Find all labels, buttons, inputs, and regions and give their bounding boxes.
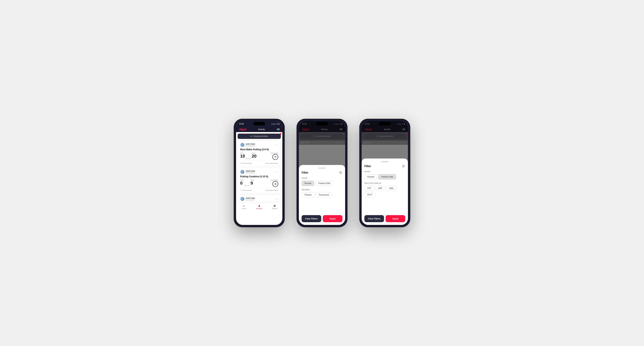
data-source-1: Data: Clippd Capture — [266, 163, 278, 164]
drill-buttons-3: OTT APP ARG PUTT — [364, 186, 405, 197]
practice-drills-section-label-3: Practice Drills — [364, 182, 405, 184]
user-name-1: Josh Coles — [246, 143, 255, 145]
score-group-2: Score 0 — [240, 179, 244, 185]
nav-capture-1[interactable]: ⊕ Capture — [267, 204, 282, 209]
user-date-3: 28 Feb 2023 — [246, 199, 255, 201]
close-filter-2[interactable]: ✕ — [339, 171, 342, 174]
more-dots-3[interactable]: ··· — [275, 197, 278, 200]
practice-drills-btn-2[interactable]: Practice Drills — [315, 181, 333, 186]
avatar-1: JC — [240, 143, 244, 147]
user-name-3: Josh Coles — [246, 197, 255, 199]
score-value-2: 0 — [240, 181, 244, 185]
viewing-text-1: Viewing Activities — [253, 135, 268, 137]
stats-row-1: Score 10 OUT OF Shots 20 Shot Quality 75 — [240, 153, 278, 160]
rounds-btn-3[interactable]: Rounds — [364, 174, 377, 179]
spacer-3 — [364, 200, 405, 212]
app-header-1: clippd Activity — [236, 127, 282, 132]
capture-label-1: Capture — [272, 208, 277, 209]
shots-value-2: 9 — [250, 181, 254, 185]
activities-label-1: Activities — [256, 208, 262, 209]
avatar-img-2: JC — [240, 170, 244, 174]
rounds-btn-2[interactable]: Rounds — [302, 181, 314, 186]
shots-group-2: Shots 9 — [250, 179, 254, 185]
battery-icon-1: ▮ — [278, 123, 279, 125]
shots-value-1: 20 — [252, 154, 256, 158]
stats-row-2: Score 0 OUT OF Shots 9 Shot Quality 45 — [240, 179, 278, 187]
score-value-1: 10 — [240, 154, 245, 158]
app-btn-3[interactable]: APP — [375, 186, 385, 191]
user-name-2: Josh Coles — [246, 170, 255, 172]
status-bar-1: 11:33 ▲▲▲ ⊛ ▮ — [236, 121, 282, 127]
clear-filters-btn-2[interactable]: Clear Filters — [302, 215, 321, 222]
user-date-1: 28 Feb 2023 — [246, 145, 255, 147]
user-info-2: JC Josh Coles 28 Feb 2023 — [240, 170, 255, 174]
clear-filters-btn-3[interactable]: Clear Filters — [364, 215, 384, 222]
sq-badge-1: 75 — [272, 154, 278, 160]
score-group-1: Score 10 — [240, 153, 245, 158]
show-buttons-2: Rounds Practice Drills — [302, 181, 342, 186]
apply-btn-2[interactable]: Apply — [323, 215, 342, 222]
card-footer-1: ⓘ Test Information Data: Clippd Capture — [240, 161, 278, 164]
card-header-1: JC Josh Coles 28 Feb 2023 ··· — [240, 143, 278, 147]
viewing-icon-1: ⊞ — [250, 135, 252, 137]
phone-2-screen: 11:33 ▲▲▲ ⊛ ▮ clippd Activity ⊞ — [299, 121, 345, 225]
home-icon-1: ⌂ — [243, 204, 244, 207]
show-buttons-3: Rounds Practice Drills — [364, 174, 405, 179]
nav-activities-1[interactable]: ♟ Activities — [252, 204, 267, 209]
test-info-2: ⓘ Test Information — [240, 189, 252, 191]
putt-btn-3[interactable]: PUTT — [364, 192, 375, 197]
avatar-2: JC — [240, 170, 244, 174]
status-icons-1: ▲▲▲ ⊛ ▮ — [271, 123, 279, 125]
data-source-2: Data: Clippd Capture — [266, 190, 278, 191]
practice-drills-btn-3[interactable]: Practice Drills — [378, 174, 396, 179]
show-label-3: Show — [364, 171, 405, 173]
spacer-2 — [302, 200, 342, 212]
scroll-area-1[interactable]: JC Josh Coles 28 Feb 2023 ··· Must Make … — [236, 141, 282, 203]
card-header-3: JC Josh Coles 28 Feb 2023 ··· — [240, 197, 278, 201]
card-title-2: Putting Combine (3-15 ft) — [240, 175, 278, 178]
sq-badge-2: 45 — [272, 181, 278, 187]
info-icon-2: ⓘ — [240, 189, 242, 191]
user-details-1: Josh Coles 28 Feb 2023 — [246, 143, 255, 147]
ott-btn-3[interactable]: OTT — [364, 186, 374, 191]
avatar-img-3: JC — [240, 197, 244, 201]
capture-icon-1: ⊕ — [274, 204, 276, 207]
sq-label-1: Shot Quality — [271, 153, 278, 154]
user-details-2: Josh Coles 28 Feb 2023 — [246, 170, 255, 174]
rounds-buttons-2: Practice Tournament — [302, 192, 342, 197]
sq-group-1: Shot Quality 75 — [271, 153, 278, 160]
logo-1: clippd — [239, 128, 246, 131]
home-label-1: Home — [242, 208, 246, 209]
test-info-1: ⓘ Test Information — [240, 162, 252, 164]
phone-1-screen: 11:33 ▲▲▲ ⊛ ▮ clippd Activity ⊞ Viewin — [236, 121, 282, 225]
sq-group-2: Shot Quality 45 — [271, 179, 278, 187]
out-of-1: OUT OF — [246, 158, 251, 160]
sheet-header-2: Filter ✕ — [302, 171, 342, 174]
activity-card-3: JC Josh Coles 28 Feb 2023 ··· — [238, 194, 281, 202]
tournament-btn-2[interactable]: Tournament — [316, 192, 332, 197]
wifi-icon-1: ⊛ — [276, 123, 278, 125]
arg-btn-3[interactable]: ARG — [386, 186, 396, 191]
user-details-3: Josh Coles 28 Feb 2023 — [246, 197, 255, 201]
viewing-banner-1[interactable]: ⊞ Viewing Activities — [238, 134, 281, 139]
signal-icon-1: ▲▲▲ — [271, 123, 276, 125]
hamburger-menu-1[interactable] — [277, 129, 280, 130]
bottom-nav-1: ⌂ Home ♟ Activities ⊕ Capture — [236, 203, 282, 211]
sq-label-2: Shot Quality — [271, 179, 278, 181]
card-footer-2: ⓘ Test Information Data: Clippd Capture — [240, 188, 278, 191]
nav-home-1[interactable]: ⌂ Home — [236, 204, 252, 209]
user-info-1: JC Josh Coles 28 Feb 2023 — [240, 143, 255, 147]
practice-btn-2[interactable]: Practice — [302, 192, 314, 197]
sheet-handle-2 — [318, 168, 326, 169]
close-filter-3[interactable]: ✕ — [402, 164, 405, 168]
header-title-1: Activity — [258, 128, 265, 131]
avatar-img-1: JC — [240, 143, 244, 147]
activity-card-2: JC Josh Coles 28 Feb 2023 ··· Putting Co… — [238, 168, 281, 193]
red-dot-1 — [280, 133, 282, 135]
more-dots-1[interactable]: ··· — [275, 143, 278, 146]
sheet-footer-3: Clear Filters Apply — [364, 215, 405, 222]
apply-btn-3[interactable]: Apply — [386, 215, 405, 222]
more-dots-2[interactable]: ··· — [275, 170, 278, 173]
card-title-1: Must Make Putting (3-6 ft) — [240, 148, 278, 151]
user-date-2: 28 Feb 2023 — [246, 172, 255, 174]
